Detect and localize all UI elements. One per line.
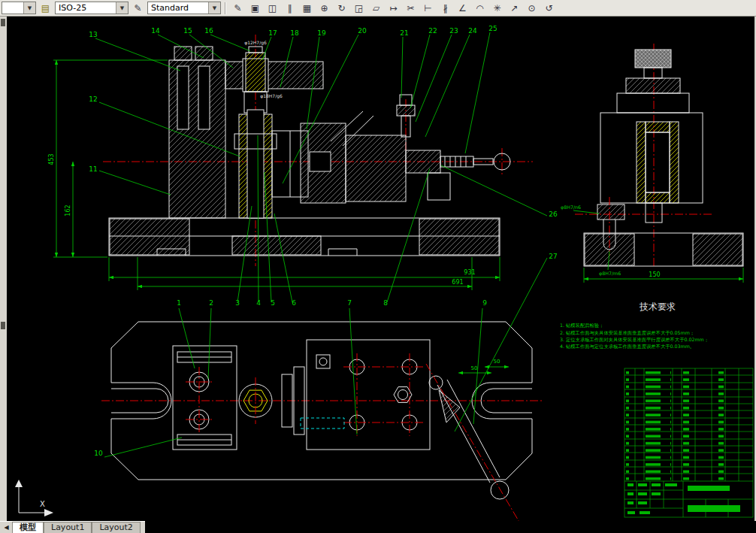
dim-update-button[interactable]: ↺ xyxy=(541,1,557,15)
balloon-label: 17 xyxy=(268,29,277,37)
fit-label: φ8H7/n6 xyxy=(561,204,581,210)
layer-combo[interactable]: ▼ xyxy=(2,2,36,14)
tab-cluster: ◀ 模型 Layout1 Layout2 xyxy=(0,521,145,533)
balloon-label: 15 xyxy=(183,27,192,35)
dim-update-icon: ↺ xyxy=(545,3,552,14)
dim-style-icon: ▤ xyxy=(41,3,50,14)
array-button[interactable]: ▦ xyxy=(299,1,315,15)
ucs-icon: X xyxy=(15,480,53,516)
dim-left-height: 453 xyxy=(48,153,55,165)
drill-bushing xyxy=(246,53,265,92)
pin-flange xyxy=(597,204,624,220)
balloon-label: 13 xyxy=(89,31,97,38)
fit-label: φ8H7/m6 xyxy=(599,271,621,277)
mirror-icon: ◫ xyxy=(268,3,277,14)
balloon-label: 12 xyxy=(89,95,97,103)
tech-req-line: 2. 钻模工作面与夹具体安装基准面垂直度误差不大于0.05mm； xyxy=(560,330,694,336)
fillet-icon: ◠ xyxy=(476,3,483,14)
balloon-label: 9 xyxy=(482,299,487,307)
trim-icon: ✂ xyxy=(407,3,414,14)
tab-nav-icon: ◀ xyxy=(4,524,8,531)
lengthen-button[interactable]: ↦ xyxy=(386,1,401,15)
dim-style-combo[interactable]: ISO-25 ▼ xyxy=(55,2,129,14)
balloon-label: 14 xyxy=(151,27,160,35)
slide-block xyxy=(301,340,430,450)
balloon-label: 18 xyxy=(290,29,299,37)
chevron-down-icon[interactable]: ▼ xyxy=(116,2,128,14)
copy-button[interactable]: ▣ xyxy=(247,1,263,15)
mirror-button[interactable]: ◫ xyxy=(265,1,280,15)
ucs-x-label: X xyxy=(40,500,45,508)
balloon-label: 16 xyxy=(204,27,213,35)
leader-icon: ↗ xyxy=(510,3,518,14)
tab-nav-button[interactable]: ◀ xyxy=(1,522,12,533)
tech-req-line: 3. 定位支承板工作面对夹具体安装基准面平行度误差不大于0.02mm； xyxy=(560,337,709,343)
balloon-label: 19 xyxy=(317,29,326,37)
clamp-handle xyxy=(426,364,520,521)
balloon-label: 22 xyxy=(428,27,437,35)
dim-inner-width: 691 xyxy=(452,279,463,286)
break-icon: ∦ xyxy=(443,3,448,14)
scale-button[interactable]: ◲ xyxy=(351,1,367,15)
text-style-combo[interactable]: Standard ▼ xyxy=(147,2,221,14)
layout-tab-bar: ◀ 模型 Layout1 Layout2 xyxy=(0,521,756,533)
text-style-combo-value: Standard xyxy=(151,3,208,13)
chevron-down-icon[interactable]: ▼ xyxy=(208,2,220,14)
explode-button[interactable]: ✳ xyxy=(489,1,505,15)
lengthen-icon: ↦ xyxy=(389,3,397,14)
toolbar-grip[interactable] xyxy=(1,322,5,329)
balloon-label: 23 xyxy=(449,27,458,35)
center-mark-button[interactable]: ⊙ xyxy=(524,1,540,15)
fit-label: φ12H7/g6 xyxy=(244,40,267,46)
rotate-button[interactable]: ↻ xyxy=(334,1,349,15)
balloon-label: 26 xyxy=(549,210,558,218)
erase-icon: ✎ xyxy=(234,3,241,14)
dim-total-width: 931 xyxy=(464,269,475,276)
toolbar-grip[interactable] xyxy=(1,19,5,26)
plan-view: 50 50 xyxy=(101,322,542,521)
break-button[interactable]: ∦ xyxy=(437,1,453,15)
balloon-label: 20 xyxy=(358,27,367,35)
stretch-button[interactable]: ▱ xyxy=(368,1,384,15)
chamfer-button[interactable]: ∠ xyxy=(455,1,470,15)
fillet-button[interactable]: ◠ xyxy=(472,1,488,15)
tech-req-line: 4. 钻模工作面与定位支承板工作面垂直度误差不大于0.03mm。 xyxy=(560,344,694,350)
move-icon: ⊕ xyxy=(320,3,328,14)
dim-plan-a: 50 xyxy=(471,365,478,371)
erase-button[interactable]: ✎ xyxy=(230,1,246,15)
model-space-canvas[interactable]: φ12H7/g6 φ18H7/g6 xyxy=(7,17,754,521)
dim-side-base: 150 xyxy=(649,271,660,278)
tab-layout1[interactable]: Layout1 xyxy=(44,522,92,533)
drill-plate xyxy=(225,62,323,89)
side-detail-view: φ8H7/n6 φ8H7/m6 150 xyxy=(561,44,743,283)
hidden-edge xyxy=(301,418,344,429)
chevron-down-icon[interactable]: ▼ xyxy=(23,2,35,14)
copy-icon: ▣ xyxy=(251,3,259,14)
balloon-label: 21 xyxy=(400,29,408,37)
move-button[interactable]: ⊕ xyxy=(316,1,332,15)
parts-list-table xyxy=(624,368,753,517)
balloon-label: 2 xyxy=(209,299,213,307)
offset-button[interactable]: ∥ xyxy=(282,1,298,15)
balloon-label: 4 xyxy=(256,299,261,307)
balloon-label: 11 xyxy=(89,165,97,173)
balloon-label: 8 xyxy=(383,299,388,307)
clamp-block xyxy=(346,135,406,201)
balloon-label: 25 xyxy=(488,25,497,32)
trim-button[interactable]: ✂ xyxy=(403,1,419,15)
dim-plan-b: 50 xyxy=(494,359,500,365)
scale-icon: ◲ xyxy=(355,3,363,14)
top-toolbar: ▼ ▤ ISO-25 ▼ ✎ Standard ▼ ✎ ▣ ◫ ∥ ▦ ⊕ ↻ … xyxy=(0,0,756,17)
chamfer-icon: ∠ xyxy=(458,3,467,14)
leader-button[interactable]: ↗ xyxy=(507,1,522,15)
rotate-icon: ↻ xyxy=(337,3,345,14)
extend-button[interactable]: ⊢ xyxy=(420,1,436,15)
cad-application-window: ▼ ▤ ISO-25 ▼ ✎ Standard ▼ ✎ ▣ ◫ ∥ ▦ ⊕ ↻ … xyxy=(0,0,756,533)
fit-label: φ18H7/g6 xyxy=(260,93,283,99)
tab-layout2[interactable]: Layout2 xyxy=(92,522,140,533)
tab-model[interactable]: 模型 xyxy=(12,522,44,533)
dim-style-manager-button[interactable]: ▤ xyxy=(38,1,53,15)
explode-icon: ✳ xyxy=(493,3,500,14)
text-style-manager-button[interactable]: ✎ xyxy=(130,1,146,15)
balloon-label: 1 xyxy=(177,299,181,307)
